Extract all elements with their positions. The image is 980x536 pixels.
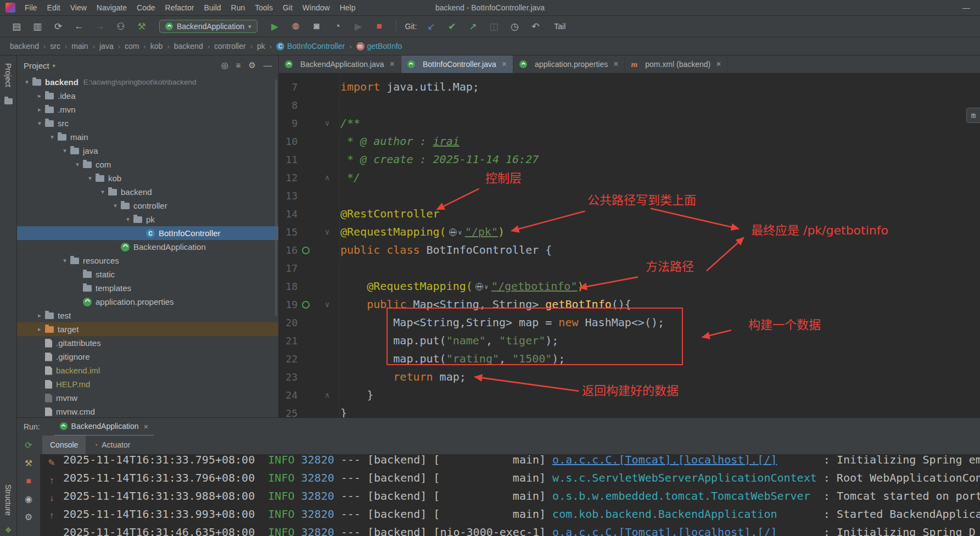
save-all-icon[interactable]: ▥ bbox=[31, 21, 44, 32]
fold-icon[interactable]: ∧ bbox=[314, 386, 340, 404]
profiler-icon[interactable]: ◔ bbox=[331, 21, 344, 32]
git-update-icon[interactable]: ↙ bbox=[424, 21, 438, 32]
run-coverage-icon[interactable]: ◙ bbox=[310, 21, 323, 32]
prev-occurrence-icon[interactable]: ↑ bbox=[49, 511, 54, 521]
log-logger[interactable]: o.a.c.c.C.[Tomcat].[localhost].[/] bbox=[552, 526, 777, 536]
code-line-21[interactable]: 21 map.put("name", "tiger"); bbox=[279, 332, 980, 350]
tree-item-help-md[interactable]: HELP.md bbox=[17, 377, 278, 391]
minimize-button[interactable]: — bbox=[958, 3, 975, 12]
tree-item-mvnw-cmd[interactable]: mvnw.cmd bbox=[17, 405, 278, 417]
menu-refactor[interactable]: Refactor bbox=[160, 3, 199, 12]
edit-pencil-icon[interactable]: ✎ bbox=[48, 457, 55, 468]
breadcrumb-item-kob[interactable]: kob bbox=[150, 42, 163, 51]
editor-tab-backendapplication-java[interactable]: BackendApplication.java× bbox=[279, 55, 401, 73]
screenshot-icon[interactable]: ◉ bbox=[25, 494, 32, 504]
run-view-tab-actuator[interactable]: ◔Actuator bbox=[86, 436, 138, 454]
breadcrumb-item-controller[interactable]: controller bbox=[214, 42, 246, 51]
run-disabled-icon[interactable]: ▶ bbox=[352, 21, 365, 32]
code-line-23[interactable]: 23 return map; bbox=[279, 368, 980, 386]
git-push-icon[interactable]: ↗ bbox=[466, 21, 479, 32]
fold-icon[interactable]: ∨ bbox=[314, 295, 340, 314]
tree-item-target[interactable]: ▸target bbox=[17, 322, 278, 336]
code-line-14[interactable]: 14@RestController bbox=[279, 205, 980, 223]
breadcrumb-item-src[interactable]: src bbox=[50, 42, 60, 51]
code-line-24[interactable]: 24∧ } bbox=[279, 386, 980, 404]
hide-panel-icon[interactable]: — bbox=[264, 60, 272, 70]
tree-item-pk[interactable]: ▾pk bbox=[17, 213, 278, 226]
rollback-icon[interactable]: ↶ bbox=[529, 21, 542, 32]
debug-bug-icon[interactable]: ⚉ bbox=[289, 21, 303, 32]
code-line-17[interactable]: 17 bbox=[279, 259, 980, 277]
breadcrumb-item-java[interactable]: java bbox=[99, 42, 114, 51]
code-line-12[interactable]: 12∧ */ bbox=[279, 169, 980, 187]
code-line-8[interactable]: 8 bbox=[279, 96, 980, 114]
tree-item-src[interactable]: ▾src bbox=[17, 116, 278, 130]
menu-tools[interactable]: Tools bbox=[250, 3, 278, 12]
menu-build[interactable]: Build bbox=[199, 3, 226, 12]
breadcrumb-item-backend[interactable]: backend bbox=[174, 42, 203, 51]
menu-edit[interactable]: Edit bbox=[42, 3, 65, 12]
breadcrumb-item-botinfocontroller[interactable]: CBotInfoController bbox=[276, 42, 345, 51]
code-line-13[interactable]: 13 bbox=[279, 187, 980, 205]
app-logo-icon[interactable] bbox=[5, 3, 15, 13]
code-line-22[interactable]: 22 map.put("rating", "1500"); bbox=[279, 350, 980, 368]
menu-git[interactable]: Git bbox=[278, 3, 298, 12]
fold-icon[interactable]: ∨ bbox=[314, 114, 340, 132]
down-arrow-icon[interactable]: ↓ bbox=[49, 493, 54, 503]
tree-item-resources[interactable]: ▾resources bbox=[17, 254, 278, 267]
code-line-19[interactable]: 19∨ public Map<String, String> getBotInf… bbox=[279, 295, 980, 314]
rerun-icon[interactable]: ⟳ bbox=[25, 440, 32, 450]
close-icon[interactable]: × bbox=[613, 59, 618, 69]
fold-icon[interactable]: ∧ bbox=[314, 169, 340, 187]
settings-gear-icon[interactable]: ⚙ bbox=[249, 60, 256, 70]
project-view-selector[interactable]: Project bbox=[24, 61, 49, 70]
profile-user-icon[interactable]: ⚇ bbox=[114, 21, 127, 32]
build-hammer-icon[interactable]: ⚒ bbox=[135, 21, 148, 32]
project-stripe-tab[interactable]: Project bbox=[4, 59, 13, 92]
git-commit-icon[interactable]: ✔ bbox=[445, 21, 458, 32]
menu-window[interactable]: Window bbox=[298, 3, 335, 12]
locate-icon[interactable]: ◎ bbox=[221, 60, 228, 70]
code-line-9[interactable]: 9∨/** bbox=[279, 114, 980, 132]
tree-item-botinfocontroller[interactable]: CBotInfoController bbox=[17, 226, 278, 240]
editor-tab-pom-xml-backend[interactable]: mpom.xml (backend)× bbox=[625, 55, 728, 73]
code-line-11[interactable]: 11 * @ create : 2025-11-14 16:27 bbox=[279, 150, 980, 169]
breadcrumb-item-getbotinfo[interactable]: mgetBotInfo bbox=[356, 42, 402, 51]
close-icon[interactable]: × bbox=[502, 59, 507, 69]
run-icon[interactable]: ▶ bbox=[268, 21, 282, 32]
settings-gear-icon[interactable]: ⚙ bbox=[25, 512, 32, 522]
tree-item-controller[interactable]: ▾controller bbox=[17, 199, 278, 213]
tree-item-com[interactable]: ▾com bbox=[17, 158, 278, 171]
tree-item-gitignore[interactable]: .gitignore bbox=[17, 350, 278, 364]
tree-item-templates[interactable]: templates bbox=[17, 281, 278, 295]
tree-item-kob[interactable]: ▾kob bbox=[17, 171, 278, 185]
tree-item-backendapplication[interactable]: BackendApplication bbox=[17, 240, 278, 254]
folder-icon[interactable] bbox=[4, 98, 13, 104]
tree-item-backend[interactable]: ▾backendE:\acwing\springboot\kob\backend bbox=[17, 75, 278, 89]
tree-item-gitattributes[interactable]: .gitattributes bbox=[17, 336, 278, 350]
close-icon[interactable]: × bbox=[716, 59, 721, 69]
close-icon[interactable]: × bbox=[144, 422, 149, 431]
breadcrumb-item-main[interactable]: main bbox=[71, 42, 88, 51]
history-icon[interactable]: ◷ bbox=[508, 21, 521, 32]
console-output[interactable]: 2025-11-14T16:31:33.795+08:00 INFO 32820… bbox=[63, 454, 980, 536]
run-tab-backendapplication[interactable]: BackendApplication × bbox=[54, 417, 154, 436]
breadcrumb-item-backend[interactable]: backend bbox=[10, 42, 39, 51]
build-wrench-icon[interactable]: ⚒ bbox=[25, 458, 32, 468]
breadcrumb-item-com[interactable]: com bbox=[125, 42, 139, 51]
menu-help[interactable]: Help bbox=[335, 3, 361, 12]
close-icon[interactable]: × bbox=[390, 59, 395, 69]
tree-item-static[interactable]: static bbox=[17, 267, 278, 281]
run-view-tab-console[interactable]: Console bbox=[42, 436, 86, 454]
back-icon[interactable]: ← bbox=[72, 21, 86, 32]
stop-icon[interactable]: ■ bbox=[26, 476, 31, 486]
tree-item-application-properties[interactable]: application.properties bbox=[17, 295, 278, 309]
code-editor[interactable]: 7import java.util.Map;89∨/**10 * @ autho… bbox=[279, 74, 980, 417]
open-project-icon[interactable]: ▤ bbox=[10, 21, 23, 32]
menu-navigate[interactable]: Navigate bbox=[92, 3, 132, 12]
menu-code[interactable]: Code bbox=[132, 3, 160, 12]
log-logger[interactable]: o.a.c.c.C.[Tomcat].[localhost].[/] bbox=[552, 454, 777, 466]
tree-item-backend[interactable]: ▾backend bbox=[17, 185, 278, 199]
git-diff-icon[interactable]: ◫ bbox=[487, 21, 500, 32]
request-method-icon[interactable]: ∨ bbox=[449, 224, 462, 242]
